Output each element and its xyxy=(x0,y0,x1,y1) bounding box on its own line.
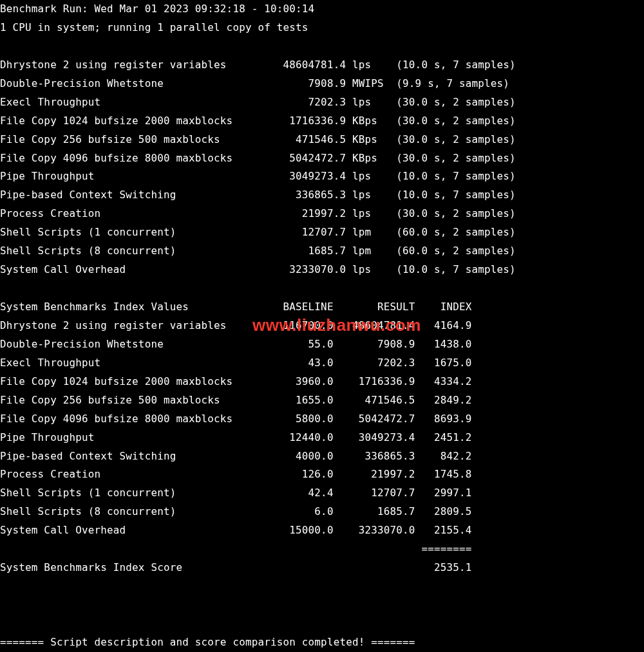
terminal-output: Benchmark Run: Wed Mar 01 2023 09:32:18 … xyxy=(0,0,644,652)
